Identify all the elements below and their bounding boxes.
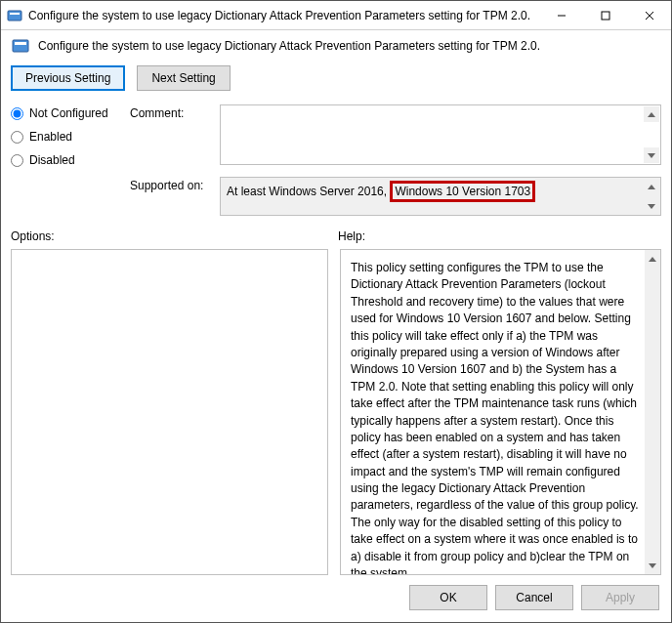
dialog-footer: OK Cancel Apply [1, 575, 671, 622]
subheader: Configure the system to use legacy Dicti… [1, 30, 671, 65]
previous-setting-button[interactable]: Previous Setting [11, 65, 125, 91]
radio-not-configured-input[interactable] [11, 107, 23, 120]
next-setting-button[interactable]: Next Setting [137, 65, 230, 91]
ok-button[interactable]: OK [409, 585, 487, 610]
cancel-button[interactable]: Cancel [495, 585, 573, 610]
svg-marker-12 [649, 257, 656, 262]
state-radio-group: Not Configured Enabled Disabled [11, 104, 118, 216]
radio-not-configured-label: Not Configured [29, 106, 108, 120]
minimize-button[interactable] [539, 1, 583, 29]
scroll-up-icon[interactable] [645, 251, 660, 267]
radio-disabled[interactable]: Disabled [11, 153, 118, 167]
help-scrollbar[interactable] [645, 250, 660, 574]
help-label: Help: [338, 229, 365, 243]
window-title: Configure the system to use legacy Dicti… [28, 9, 539, 22]
supported-on-box: At least Windows Server 2016, Windows 10… [220, 177, 661, 216]
svg-marker-11 [648, 204, 655, 209]
policy-title: Configure the system to use legacy Dicti… [38, 39, 540, 53]
svg-marker-9 [648, 153, 655, 158]
options-box [11, 249, 328, 575]
policy-icon [11, 36, 30, 56]
nav-row: Previous Setting Next Setting [1, 65, 671, 104]
svg-rect-6 [13, 40, 28, 52]
scroll-down-icon[interactable] [644, 147, 659, 163]
radio-disabled-input[interactable] [11, 154, 23, 167]
maximize-button[interactable] [583, 1, 627, 29]
svg-marker-8 [648, 112, 655, 117]
supported-on-prefix: At least Windows Server 2016, [227, 185, 387, 198]
svg-rect-3 [602, 12, 609, 20]
scroll-up-icon[interactable] [644, 179, 659, 194]
titlebar: Configure the system to use legacy Dicti… [1, 1, 671, 30]
svg-marker-13 [649, 563, 656, 568]
supported-on-highlight: Windows 10 Version 1703 [390, 181, 535, 202]
scroll-up-icon[interactable] [644, 106, 659, 122]
radio-enabled[interactable]: Enabled [11, 130, 118, 144]
svg-marker-10 [648, 185, 655, 189]
scroll-down-icon[interactable] [645, 558, 660, 573]
close-button[interactable] [627, 1, 671, 29]
svg-rect-7 [15, 42, 26, 45]
comment-label: Comment: [130, 104, 208, 120]
supported-on-label: Supported on: [130, 177, 208, 192]
help-box: This policy setting configures the TPM t… [340, 249, 661, 575]
radio-enabled-label: Enabled [29, 130, 72, 144]
help-text: This policy setting configures the TPM t… [351, 260, 639, 575]
svg-rect-1 [10, 13, 20, 15]
app-icon [7, 8, 22, 23]
radio-disabled-label: Disabled [29, 153, 75, 167]
options-label: Options: [11, 229, 338, 243]
apply-button[interactable]: Apply [581, 585, 659, 610]
svg-rect-0 [8, 11, 21, 21]
scroll-down-icon[interactable] [644, 198, 659, 214]
radio-not-configured[interactable]: Not Configured [11, 106, 118, 120]
comment-textarea[interactable] [220, 104, 661, 165]
radio-enabled-input[interactable] [11, 131, 23, 144]
